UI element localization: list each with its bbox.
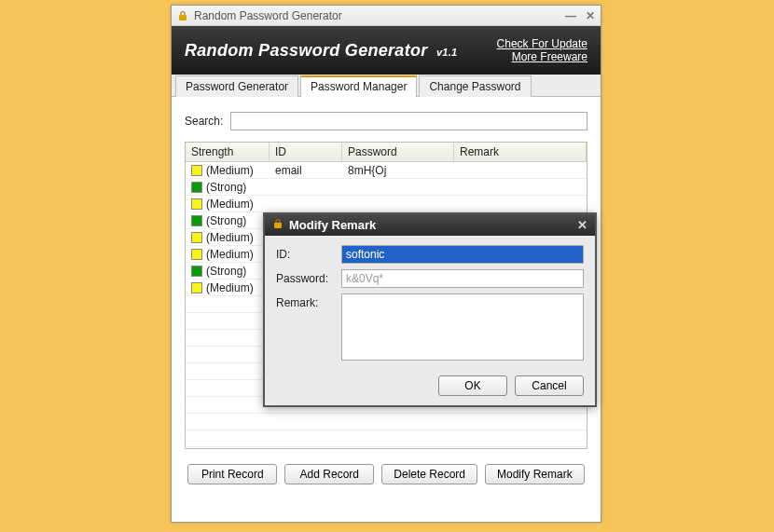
cell-strength: (Medium) bbox=[186, 281, 270, 294]
cancel-button[interactable]: Cancel bbox=[515, 375, 584, 396]
modify-remark-dialog: Modify Remark ✕ ID: Password: Remark: OK… bbox=[263, 212, 597, 407]
dialog-close-button[interactable]: ✕ bbox=[577, 218, 587, 232]
strength-text: (Medium) bbox=[206, 231, 254, 244]
title-bar: Random Password Generator — ✕ bbox=[172, 6, 601, 26]
strength-swatch-icon bbox=[191, 266, 202, 277]
tab-change-password[interactable]: Change Password bbox=[419, 75, 531, 97]
table-header: Strength ID Password Remark bbox=[186, 143, 587, 162]
banner-title: Random Password Generator v1.1 bbox=[185, 41, 458, 61]
check-update-link[interactable]: Check For Update bbox=[497, 37, 587, 50]
cell-strength: (Medium) bbox=[186, 248, 270, 261]
remark-field[interactable] bbox=[341, 293, 584, 361]
strength-text: (Medium) bbox=[206, 281, 254, 294]
lock-icon bbox=[177, 10, 188, 21]
cell-id: email bbox=[270, 164, 342, 177]
strength-text: (Strong) bbox=[206, 265, 246, 278]
strength-text: (Strong) bbox=[206, 214, 246, 227]
dialog-body: ID: Password: Remark: bbox=[265, 236, 595, 372]
col-password[interactable]: Password bbox=[342, 143, 454, 161]
table-row[interactable] bbox=[186, 447, 587, 449]
strength-text: (Medium) bbox=[206, 198, 254, 211]
col-remark[interactable]: Remark bbox=[454, 143, 587, 161]
remark-label: Remark: bbox=[276, 293, 334, 309]
banner: Random Password Generator v1.1 Check For… bbox=[172, 26, 601, 75]
close-button[interactable]: ✕ bbox=[586, 9, 595, 22]
footer-buttons: Print Record Add Record Delete Record Mo… bbox=[172, 455, 601, 494]
strength-swatch-icon bbox=[191, 215, 202, 226]
svg-rect-1 bbox=[274, 223, 282, 228]
dialog-buttons: OK Cancel bbox=[265, 372, 595, 405]
strength-text: (Medium) bbox=[206, 248, 254, 261]
strength-text: (Strong) bbox=[206, 181, 246, 194]
strength-swatch-icon bbox=[191, 249, 202, 260]
print-record-button[interactable]: Print Record bbox=[187, 464, 277, 484]
minimize-button[interactable]: — bbox=[565, 9, 576, 22]
add-record-button[interactable]: Add Record bbox=[284, 464, 374, 484]
cell-strength: (Strong) bbox=[186, 181, 270, 194]
modify-remark-button[interactable]: Modify Remark bbox=[485, 464, 585, 484]
id-label: ID: bbox=[276, 245, 334, 261]
more-freeware-link[interactable]: More Freeware bbox=[497, 50, 587, 63]
table-row[interactable]: (Strong) bbox=[186, 179, 587, 196]
table-row[interactable] bbox=[186, 430, 587, 447]
ok-button[interactable]: OK bbox=[438, 375, 507, 396]
banner-title-main: Random Password Generator bbox=[185, 41, 428, 60]
strength-swatch-icon bbox=[191, 165, 202, 176]
col-strength[interactable]: Strength bbox=[186, 143, 270, 161]
window-title: Random Password Generator bbox=[194, 9, 342, 22]
table-row[interactable] bbox=[186, 414, 587, 430]
strength-swatch-icon bbox=[191, 232, 202, 243]
delete-record-button[interactable]: Delete Record bbox=[381, 464, 477, 484]
table-row[interactable]: (Medium)email8mH{Oj bbox=[186, 162, 587, 179]
lock-icon bbox=[272, 218, 283, 232]
strength-text: (Medium) bbox=[206, 164, 254, 177]
cell-strength: (Medium) bbox=[186, 164, 270, 177]
col-id[interactable]: ID bbox=[270, 143, 342, 161]
strength-swatch-icon bbox=[191, 282, 202, 293]
cell-strength: (Strong) bbox=[186, 214, 270, 227]
id-field[interactable] bbox=[341, 245, 584, 264]
search-row: Search: bbox=[185, 112, 587, 130]
banner-title-version: v1.1 bbox=[436, 47, 458, 58]
cell-strength: (Medium) bbox=[186, 231, 270, 244]
cell-password: 8mH{Oj bbox=[342, 164, 454, 177]
search-label: Search: bbox=[185, 115, 223, 128]
strength-swatch-icon bbox=[191, 182, 202, 193]
tab-password-manager[interactable]: Password Manager bbox=[300, 75, 417, 97]
cell-strength: (Medium) bbox=[186, 198, 270, 211]
search-input[interactable] bbox=[230, 112, 587, 130]
dialog-title: Modify Remark bbox=[289, 218, 376, 232]
password-label: Password: bbox=[276, 269, 334, 285]
cell-strength: (Strong) bbox=[186, 265, 270, 278]
svg-rect-0 bbox=[179, 15, 187, 20]
password-field bbox=[341, 269, 584, 288]
tab-password-generator[interactable]: Password Generator bbox=[175, 75, 298, 97]
dialog-title-bar: Modify Remark ✕ bbox=[265, 214, 595, 236]
tab-bar: Password Generator Password Manager Chan… bbox=[172, 75, 601, 97]
strength-swatch-icon bbox=[191, 198, 202, 210]
table-row[interactable]: (Medium) bbox=[186, 196, 587, 212]
